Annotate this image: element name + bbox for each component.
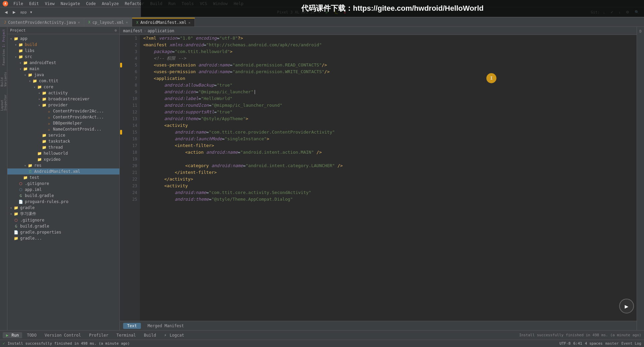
menu-edit[interactable]: Edit <box>26 1 42 7</box>
toolbar-search[interactable]: 🔍 <box>633 9 641 15</box>
play-button[interactable]: ▶ <box>619 299 634 313</box>
tree-item-gradle-properties[interactable]: 📄 gradle.properties <box>7 229 119 235</box>
tree-label: androidTest <box>30 60 56 65</box>
folder-icon: 📁 <box>42 133 47 138</box>
status-git-branch[interactable]: master <box>605 341 619 346</box>
tree-item-contentprovideract[interactable]: ☕ ContentProviderAct... <box>7 114 119 120</box>
app-logo: A <box>3 1 8 6</box>
tree-item-res[interactable]: ▾ 📁 res <box>7 162 119 168</box>
menu-refactor[interactable]: Refactor <box>122 1 147 7</box>
menu-vcs[interactable]: VCS <box>197 1 210 7</box>
toolbar-git-push[interactable]: ↑ <box>617 10 623 15</box>
merged-manifest-tab[interactable]: Merged Manifest <box>144 323 188 329</box>
tree-item-androidmanifest[interactable]: 🗒 AndroidManifest.xml <box>7 168 119 175</box>
code-line-9: android:icon="@mipmap/ic_launcher"| <box>143 89 633 95</box>
toolbar-settings[interactable]: ⚙ <box>624 9 631 15</box>
tree-item-service[interactable]: 📁 service <box>7 132 119 138</box>
tree-item-study[interactable]: ▾ 📁 学习课件 <box>7 211 119 217</box>
toolbar-run-config[interactable]: ▾ <box>28 9 34 15</box>
build-tab[interactable]: Build <box>141 332 159 338</box>
menu-run[interactable]: Run <box>166 1 178 7</box>
code-editor[interactable]: 12345 678910 1112131415 1617181920 21222… <box>120 35 637 321</box>
status-text: Install successfully finished in 498 ms.… <box>8 341 130 346</box>
favorites-btn[interactable]: Favorites <box>0 49 7 66</box>
code-content[interactable]: <?xml version="1.0" encoding="utf-8"?> <… <box>140 35 637 321</box>
tree-item-activity[interactable]: ▾ 📁 activity <box>7 90 119 96</box>
version-control-tab[interactable]: Version Control <box>41 332 84 338</box>
tree-item-app[interactable]: ▾ 📁 app <box>7 36 119 42</box>
tree-item-proguard[interactable]: 📄 proguard-rules.pro <box>7 199 119 205</box>
tab-cp-layout[interactable]: X cp_layout.xml ✕ <box>84 18 132 27</box>
status-spaces[interactable]: 4 spaces <box>585 341 603 346</box>
menu-navigate[interactable]: Navigate <box>58 1 83 7</box>
tree-label: gradle... <box>20 236 42 241</box>
tree-label: build.gradle <box>25 193 54 198</box>
menu-window[interactable]: Window <box>210 1 230 7</box>
toolbar-forward-btn[interactable]: ▶ <box>11 9 17 15</box>
tree-item-xgvideo[interactable]: 📁 xgvideo <box>7 156 119 162</box>
tree-item-appiml[interactable]: ⬡ app.iml <box>7 187 119 193</box>
tree-item-libs[interactable]: 📁 libs <box>7 48 119 54</box>
menu-code[interactable]: Code <box>84 1 99 7</box>
logcat-tab[interactable]: ⚡ Logcat <box>161 332 187 338</box>
breadcrumb-manifest[interactable]: manifest <box>123 29 143 33</box>
tree-item-namecontentprovid[interactable]: ☕ NameContentProvid... <box>7 126 119 132</box>
gutter-4 <box>120 55 122 62</box>
tree-item-main[interactable]: ▾ 📁 main <box>7 66 119 72</box>
tree-item-java[interactable]: ▾ 📁 java <box>7 72 119 78</box>
tab-android-manifest[interactable]: X AndroidManifest.xml ✕ <box>132 18 195 27</box>
breadcrumb-application[interactable]: application <box>148 29 174 33</box>
folder-icon: 📁 <box>18 54 23 59</box>
tree-item-provider[interactable]: ▾ 📁 provider <box>7 102 119 108</box>
toolbar-stop-btn[interactable]: ■ <box>342 10 348 15</box>
tree-item-gitignore-root[interactable]: ⬡ .gitignore <box>7 217 119 223</box>
menu-view[interactable]: View <box>42 1 57 7</box>
tab-close-icon[interactable]: ✕ <box>189 21 191 24</box>
layout-inspect-btn[interactable]: Layout Inspector <box>0 87 7 111</box>
menu-tools[interactable]: Tools <box>179 1 197 7</box>
tab-close-icon[interactable]: ✕ <box>126 20 128 24</box>
tree-item-dbopenhelper[interactable]: ☕ DBOpenHelper <box>7 120 119 126</box>
profiler-tab[interactable]: Profiler <box>86 332 112 338</box>
tree-item-comttit[interactable]: ▾ 📁 com.ttit <box>7 78 119 84</box>
menu-build[interactable]: Build <box>148 1 165 7</box>
toolbar-git-commit[interactable]: ✓ <box>608 9 615 15</box>
toolbar-run-btn[interactable]: ▶ <box>324 9 330 15</box>
panel-gear-icon[interactable]: ⚙ <box>114 28 117 33</box>
todo-tab[interactable]: TODO <box>23 332 40 338</box>
tree-item-test[interactable]: 📁 test <box>7 175 119 181</box>
toolbar-device-select[interactable]: ▾ <box>316 9 322 15</box>
toolbar-back-btn[interactable]: ◀ <box>3 9 9 15</box>
tab-content-provider-activity[interactable]: J ContentProviderActivity.java ✕ <box>0 18 84 27</box>
tree-item-core[interactable]: ▾ 📁 core <box>7 84 119 90</box>
tree-item-gradle-more[interactable]: 📁 gradle... <box>7 235 119 241</box>
status-event-log[interactable]: Event Log <box>621 341 641 346</box>
tab-close-icon[interactable]: ✕ <box>78 20 80 24</box>
menu-analyze[interactable]: Analyze <box>99 1 121 7</box>
right-panel-device-btn[interactable]: D <box>638 28 644 34</box>
toolbar-git-update[interactable]: ↓ <box>601 10 607 15</box>
tree-item-buildgradle-root[interactable]: G build.gradle <box>7 223 119 229</box>
tree-item-src[interactable]: ▾ 📁 src <box>7 54 119 60</box>
code-line-24: android:name="com.ttit.core.activity.Sec… <box>143 189 633 196</box>
menu-help[interactable]: Help <box>231 1 246 7</box>
tree-item-broadcastreceiver[interactable]: ▾ 📁 broadcastreceiver <box>7 96 119 102</box>
status-encoding[interactable]: UTF-8 <box>559 341 571 346</box>
terminal-tab[interactable]: Terminal <box>113 332 139 338</box>
text-view-tab[interactable]: Text <box>123 323 141 329</box>
tree-item-gitignore-app[interactable]: ⬡ .gitignore <box>7 181 119 187</box>
build-variants-btn[interactable]: Build Variants <box>0 66 7 87</box>
tree-item-taskstack[interactable]: 📁 taskstack <box>7 138 119 144</box>
folder-icon: 📁 <box>42 145 47 150</box>
tree-item-gradle[interactable]: ▾ 📁 gradle <box>7 205 119 211</box>
tree-item-buildgradle-app[interactable]: G build.gradle <box>7 193 119 199</box>
menu-file[interactable]: File <box>11 1 26 7</box>
tree-item-build[interactable]: ▾ 📁 build <box>7 42 119 48</box>
toolbar-debug-btn[interactable]: 🐛 <box>332 9 340 15</box>
tree-item-contentprovider2ac[interactable]: ☕ ContentProvider2Ac... <box>7 108 119 114</box>
run-tab[interactable]: ▶ Run <box>3 332 22 338</box>
tree-item-androidtest[interactable]: ▾ 📁 androidTest <box>7 60 119 66</box>
project-panel-btn[interactable]: 1: Project <box>0 28 7 48</box>
tree-item-helloworld[interactable]: 📁 helloworld <box>7 150 119 156</box>
tree-item-thread[interactable]: 📁 thread <box>7 144 119 150</box>
